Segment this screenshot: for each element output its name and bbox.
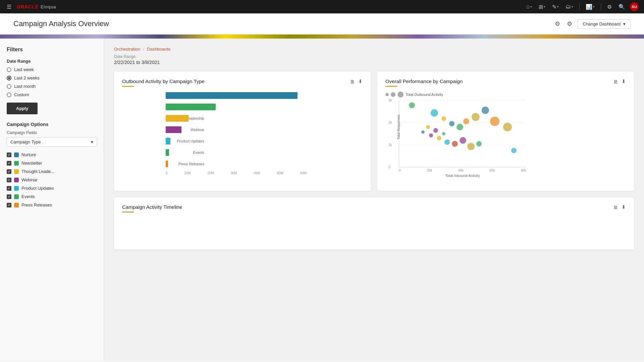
- scatter-bubble: [431, 109, 438, 117]
- page-header: Campaign Analysis Overview ⚙ ⚙ Change Da…: [0, 13, 644, 35]
- scatter-y-tick: 0: [388, 165, 390, 169]
- bar-row: Events: [166, 148, 363, 157]
- edit-nav-icon[interactable]: ✎ ▾: [550, 2, 561, 11]
- scatter-bubble: [503, 123, 512, 131]
- user-avatar[interactable]: AU: [630, 2, 639, 11]
- bar-row: Press Releases: [166, 160, 363, 168]
- webinar-color-swatch: [14, 178, 19, 182]
- checkbox-product-updates[interactable]: Product Updates: [7, 186, 97, 191]
- campaign-type-dropdown[interactable]: Campaign Type ▾: [7, 137, 97, 147]
- settings-icon[interactable]: ⚙: [605, 2, 614, 11]
- timeline-chart-header: Campaign Activity Timeline 🗎 ⬇: [122, 204, 626, 210]
- eloqua-label: Eloqua: [41, 4, 56, 9]
- outbound-download-icon[interactable]: ⬇: [358, 78, 363, 84]
- bar-track: [166, 161, 307, 167]
- overall-chart-header: Overall Performance by Campaign 🗎 ⬇: [385, 78, 626, 84]
- overall-export-icon[interactable]: 🗎: [613, 79, 618, 84]
- bar-track: [166, 92, 307, 99]
- thought-leadership-color-swatch: [14, 169, 19, 174]
- campaign-options-title: Campaign Options: [7, 122, 97, 127]
- topnav-icons: ⌂ ▾ ⊞ ▾ ✎ ▾ 🗂 ▾ 📊 ▾ ⚙ 🔍 AU: [524, 2, 639, 11]
- scatter-bubble: [409, 102, 415, 108]
- scatter-bubble: [476, 141, 482, 146]
- date-range-label: Date Range: [7, 59, 97, 64]
- gear-icon-left[interactable]: ⚙: [553, 19, 561, 29]
- legend-bubble: [391, 92, 395, 97]
- nurture-color-swatch: [14, 153, 19, 157]
- scatter-bubble: [426, 125, 430, 129]
- checkbox-press-releases[interactable]: Press Releases: [7, 202, 97, 207]
- press-releases-color-swatch: [14, 203, 19, 207]
- timeline-export-icon[interactable]: 🗎: [613, 204, 618, 210]
- brand-logo: ORACLE Eloqua: [17, 4, 56, 9]
- bar-fill: [166, 104, 216, 110]
- scatter-bubble: [482, 107, 489, 114]
- checkbox-product-updates-box: [7, 186, 11, 191]
- scatter-bubble: [433, 128, 438, 133]
- scatter-bubble: [449, 121, 454, 126]
- bar-track: [166, 104, 307, 110]
- checkbox-events[interactable]: Events: [7, 194, 97, 199]
- main-layout: Filters Date Range Last week Last 2 week…: [0, 39, 644, 360]
- date-range-header-label: Date Range: [114, 54, 634, 59]
- radio-custom[interactable]: Custom: [7, 92, 97, 97]
- scatter-bubble: [452, 141, 458, 147]
- checkbox-webinar[interactable]: Webinar: [7, 177, 97, 182]
- chart-nav-icon[interactable]: 📊 ▾: [584, 2, 597, 11]
- home-nav-icon[interactable]: ⌂ ▾: [524, 2, 534, 11]
- bar-fill: [166, 149, 169, 156]
- gear-icon-right[interactable]: ⚙: [566, 19, 574, 29]
- filters-title: Filters: [7, 47, 97, 53]
- checkbox-newsletter[interactable]: Newsletter: [7, 161, 97, 166]
- bar-row: Newsletter: [166, 103, 363, 111]
- breadcrumb: Orchestration › Dashboards: [114, 47, 634, 52]
- scatter-area-wrapper: 3k2k1k0Total Responses020k40k60k80kTotal…: [399, 100, 626, 178]
- legend-bubble: [385, 93, 389, 96]
- contacts-nav-icon[interactable]: 🗂 ▾: [564, 2, 575, 11]
- radio-circle-last-2-weeks: [7, 76, 11, 80]
- timeline-download-icon[interactable]: ⬇: [622, 204, 626, 210]
- hamburger-menu[interactable]: ☰: [5, 2, 13, 11]
- scatter-x-axis: 020k40k60k80k: [399, 169, 526, 172]
- search-icon[interactable]: 🔍: [616, 2, 627, 11]
- overall-chart-title: Overall Performance by Campaign: [385, 78, 613, 84]
- grid-nav-icon[interactable]: ⊞ ▾: [537, 2, 547, 11]
- bar-chart-xaxis: 010M20M30M40M50M60M: [166, 171, 307, 175]
- scatter-bubble: [444, 139, 450, 145]
- checkbox-newsletter-box: [7, 161, 11, 166]
- scatter-y-axis-label: Total Responses: [397, 115, 400, 139]
- apply-button[interactable]: Apply: [7, 103, 38, 114]
- checkbox-events-box: [7, 194, 11, 199]
- legend-label: Total Outbound Activity: [406, 93, 443, 97]
- product-updates-color-swatch: [14, 186, 19, 191]
- bar-track: [166, 138, 307, 144]
- scatter-y-tick: 1k: [388, 143, 392, 146]
- radio-last-2-weeks[interactable]: Last 2 weeks: [7, 75, 97, 80]
- scatter-bubble: [437, 136, 441, 140]
- radio-last-week[interactable]: Last week: [7, 67, 97, 72]
- top-navigation: ☰ ORACLE Eloqua ⌂ ▾ ⊞ ▾ ✎ ▾ 🗂 ▾ 📊 ▾ ⚙ 🔍 …: [0, 0, 644, 13]
- outbound-bar-chart: NurtureNewsletterThought LeadershipWebin…: [122, 92, 363, 183]
- content-area: Orchestration › Dashboards Date Range 2/…: [104, 39, 644, 360]
- outbound-export-icon[interactable]: 🗎: [350, 79, 355, 84]
- scatter-y-tick: 2k: [388, 121, 392, 124]
- scatter-plot-area: 3k2k1k0Total Responses: [399, 100, 526, 167]
- breadcrumb-dashboards[interactable]: Dashboards: [147, 47, 170, 52]
- outbound-chart-underline: [122, 86, 134, 87]
- checkbox-press-releases-box: [7, 203, 11, 207]
- checkbox-nurture-box: [7, 153, 11, 157]
- scatter-x-axis-label: Total Inbound Activity: [399, 174, 526, 178]
- newsletter-color-swatch: [14, 161, 19, 166]
- overall-chart-underline: [385, 86, 397, 87]
- decorative-banner: [0, 35, 644, 39]
- breadcrumb-orchestration[interactable]: Orchestration: [114, 47, 140, 52]
- timeline-chart-title: Campaign Activity Timeline: [122, 204, 613, 210]
- checkbox-nurture[interactable]: Nurture: [7, 152, 97, 157]
- campaign-fields-label: Campaign Fields: [7, 130, 97, 135]
- checkbox-thought-leadership[interactable]: Thought Leade...: [7, 169, 97, 174]
- bar-fill: [166, 126, 181, 133]
- checkbox-webinar-box: [7, 178, 11, 182]
- radio-last-month[interactable]: Last month: [7, 84, 97, 89]
- overall-download-icon[interactable]: ⬇: [622, 78, 626, 84]
- change-dashboard-button[interactable]: Change Dashboard ▾: [578, 19, 631, 29]
